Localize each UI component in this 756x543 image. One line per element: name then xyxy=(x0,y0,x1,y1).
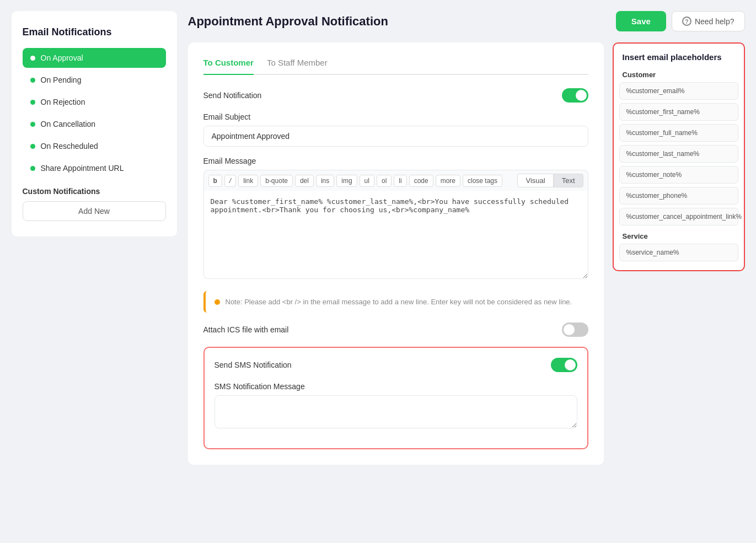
note-dot xyxy=(215,299,220,305)
placeholder-section-title: Customer xyxy=(614,67,744,82)
toggle-knob xyxy=(576,90,587,101)
tabs: To CustomerTo Staff Member xyxy=(203,58,588,75)
toolbar-btn-/[interactable]: / xyxy=(224,175,236,187)
sidebar-item-label: On Approval xyxy=(41,53,83,62)
dot-icon xyxy=(30,100,35,105)
help-label: Need help? xyxy=(695,17,734,26)
save-button[interactable]: Save xyxy=(616,11,666,31)
sidebar-item-label: On Rescheduled xyxy=(41,142,98,150)
toolbar-btn-close-tags[interactable]: close tags xyxy=(463,175,502,187)
custom-notifications-title: Custom Notifications xyxy=(23,187,166,196)
toolbar-btn-li[interactable]: li xyxy=(394,175,406,187)
header-actions: Save ? Need help? xyxy=(616,11,745,31)
placeholder-scroll-area[interactable]: Customer%customer_email%%customer_first_… xyxy=(614,67,744,270)
send-sms-toggle[interactable] xyxy=(551,358,577,372)
attach-ics-row: Attach ICS file with email xyxy=(203,322,588,337)
attach-ics-toggle[interactable] xyxy=(562,322,588,337)
toolbar-btn-ol[interactable]: ol xyxy=(377,175,392,187)
attach-ics-knob xyxy=(564,324,575,335)
tab-to-customer[interactable]: To Customer xyxy=(203,58,254,75)
dot-icon xyxy=(30,78,35,83)
toolbar-btn-b-quote[interactable]: b-quote xyxy=(260,175,293,187)
editor-toolbar: b/linkb-quotedelinsimgulollicodemoreclos… xyxy=(203,170,588,191)
dot-icon xyxy=(30,144,35,149)
sidebar-item-on-cancellation[interactable]: On Cancellation xyxy=(23,114,166,134)
note-text: Note: Please add <br /> in the email mes… xyxy=(226,298,572,306)
sidebar-nav: On ApprovalOn PendingOn RejectionOn Canc… xyxy=(23,48,166,178)
email-message-label: Email Message xyxy=(203,157,588,165)
placeholder-title: Insert email placeholders xyxy=(614,44,744,67)
sidebar-item-on-pending[interactable]: On Pending xyxy=(23,70,166,90)
send-notification-label: Send Notification xyxy=(203,91,262,100)
toolbar-btn-more[interactable]: more xyxy=(436,175,460,187)
sidebar-item-label: Share Appointment URL xyxy=(41,164,124,173)
toolbar-btn-del[interactable]: del xyxy=(295,175,314,187)
toolbar-btn-ul[interactable]: ul xyxy=(360,175,374,187)
placeholder-item[interactable]: %customer_first_name% xyxy=(619,103,738,121)
toolbar-btn-code[interactable]: code xyxy=(409,175,433,187)
sms-toggle-knob xyxy=(565,359,576,370)
tab-to-staff[interactable]: To Staff Member xyxy=(267,58,328,75)
dot-icon xyxy=(30,56,35,61)
placeholder-item[interactable]: %service_name% xyxy=(619,244,738,261)
placeholder-item[interactable]: %customer_cancel_appointment_link% xyxy=(619,208,738,225)
visual-button[interactable]: Visual xyxy=(517,174,553,187)
sidebar-item-label: On Pending xyxy=(41,76,82,84)
placeholder-item[interactable]: %customer_note% xyxy=(619,166,738,184)
toolbar-btn-link[interactable]: link xyxy=(238,175,258,187)
content-row: To CustomerTo Staff Member Send Notifica… xyxy=(188,42,745,465)
sidebar-item-on-approval[interactable]: On Approval xyxy=(23,48,166,68)
sidebar-item-on-rejection[interactable]: On Rejection xyxy=(23,92,166,112)
sidebar-title: Email Notifications xyxy=(23,26,166,38)
visual-text-toggle: VisualText xyxy=(517,174,583,187)
email-subject-group: Email Subject xyxy=(203,112,588,147)
sidebar-item-share-appointment-url[interactable]: Share Appointment URL xyxy=(23,158,166,178)
placeholder-section-title: Service xyxy=(614,229,744,244)
text-button[interactable]: Text xyxy=(554,174,583,187)
placeholder-sidebar: Insert email placeholders Customer%custo… xyxy=(613,42,745,271)
placeholder-item[interactable]: %customer_last_name% xyxy=(619,145,738,163)
email-subject-input[interactable] xyxy=(203,126,588,147)
dot-icon xyxy=(30,122,35,127)
add-new-button[interactable]: Add New xyxy=(23,201,166,221)
header-row: Appointment Approval Notification Save ?… xyxy=(188,11,745,31)
sidebar-item-label: On Cancellation xyxy=(41,120,96,128)
sms-section: Send SMS Notification SMS Notification M… xyxy=(203,347,588,449)
send-sms-row: Send SMS Notification xyxy=(215,358,577,372)
help-button[interactable]: ? Need help? xyxy=(672,11,745,31)
attach-ics-label: Attach ICS file with email xyxy=(203,325,289,334)
sidebar: Email Notifications On ApprovalOn Pendin… xyxy=(12,11,177,236)
placeholder-item[interactable]: %customer_email% xyxy=(619,82,738,100)
send-notification-toggle[interactable] xyxy=(562,88,588,103)
toolbar-btn-ins[interactable]: ins xyxy=(316,175,334,187)
email-body-editor[interactable] xyxy=(203,191,588,279)
sidebar-item-label: On Rejection xyxy=(41,98,85,106)
toolbar-btn-b[interactable]: b xyxy=(208,175,222,187)
sms-message-group: SMS Notification Message xyxy=(215,382,577,431)
form-panel: To CustomerTo Staff Member Send Notifica… xyxy=(188,42,604,465)
send-sms-label: Send SMS Notification xyxy=(215,361,292,369)
help-icon: ? xyxy=(682,17,691,26)
sms-message-input[interactable] xyxy=(215,395,577,428)
send-notification-row: Send Notification xyxy=(203,88,588,103)
sms-message-label: SMS Notification Message xyxy=(215,382,577,391)
placeholder-item[interactable]: %customer_full_name% xyxy=(619,124,738,142)
placeholder-item[interactable]: %customer_phone% xyxy=(619,187,738,205)
note-box: Note: Please add <br /> in the email mes… xyxy=(203,291,588,313)
toolbar-btn-img[interactable]: img xyxy=(336,175,357,187)
main-content: Appointment Approval Notification Save ?… xyxy=(188,11,745,465)
email-subject-label: Email Subject xyxy=(203,112,588,121)
dot-icon xyxy=(30,166,35,171)
email-message-group: Email Message b/linkb-quotedelinsimgulol… xyxy=(203,157,588,281)
page-title: Appointment Approval Notification xyxy=(188,14,388,29)
sidebar-item-on-rescheduled[interactable]: On Rescheduled xyxy=(23,136,166,156)
